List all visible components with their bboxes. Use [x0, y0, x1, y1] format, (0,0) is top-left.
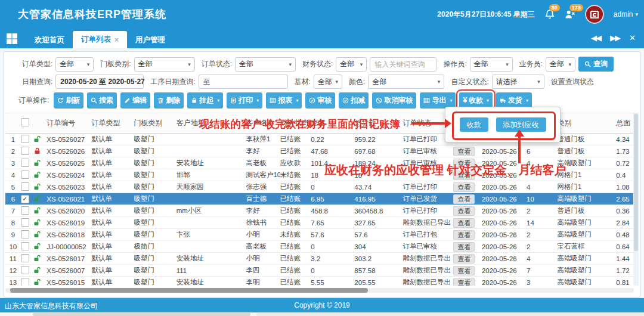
- refresh-button[interactable]: 刷新: [54, 92, 83, 109]
- tab-订单列表[interactable]: 订单列表×: [73, 31, 127, 48]
- row-checkbox[interactable]: [21, 254, 29, 262]
- view-button[interactable]: 查看: [453, 266, 475, 275]
- row-checkbox[interactable]: [21, 135, 29, 143]
- row-checkbox[interactable]: [21, 147, 29, 155]
- total-area-cell: 0.81: [616, 279, 634, 286]
- receivable-cell: 3.2: [311, 255, 354, 262]
- avatar[interactable]: [585, 5, 604, 24]
- chevron-down-icon: ▾: [217, 98, 219, 103]
- view-button[interactable]: 查看: [453, 278, 475, 286]
- home-grid-icon[interactable]: [6, 33, 18, 45]
- row-checkbox[interactable]: [21, 206, 29, 215]
- receive-button[interactable]: ¥收款▾: [459, 92, 493, 109]
- vertical-scrollbar-thumb[interactable]: [634, 114, 638, 251]
- bell-icon[interactable]: 89: [544, 9, 555, 20]
- close-icon[interactable]: ×: [114, 36, 119, 44]
- table-row[interactable]: 6✓XS-0526021默认单吸塑门百士德已结账6.95416.95订单已发货查…: [5, 193, 634, 205]
- base-material-select[interactable]: 全部▾: [314, 75, 342, 89]
- date-range-input[interactable]: 2020-05-20 至 2020-05-27: [55, 75, 144, 89]
- row-number: 10: [5, 243, 21, 250]
- table-row[interactable]: 11XS-0526017默认单吸塑门安装地址小明已结账3.2303.2雕刻数据已…: [5, 253, 634, 265]
- tabs-scroll-left-icon[interactable]: ◀◀: [591, 33, 600, 42]
- finance-status-select[interactable]: 全部▾: [336, 57, 367, 72]
- row-checkbox[interactable]: [21, 171, 29, 179]
- fullscreen-icon[interactable]: ✕: [629, 33, 636, 42]
- audit-button[interactable]: 审核: [305, 92, 335, 109]
- salesman-select[interactable]: 全部▾: [546, 57, 575, 72]
- receive-dropdown-popup: 收款 添加到应收: [445, 107, 561, 142]
- table-row[interactable]: 9XS-0526018默认单吸塑门卞张小明未结账57.657.6订单已打包查看2…: [5, 229, 634, 241]
- tab-用户管理[interactable]: 用户管理: [127, 32, 174, 48]
- total-amount-cell: 857.58: [354, 267, 402, 274]
- panel-category-cell: 吸塑门: [134, 278, 177, 286]
- panel-category-cell: 吸塑门: [134, 206, 177, 215]
- custom-status-select[interactable]: 请选择▾: [492, 75, 544, 89]
- select-all-checkbox[interactable]: [21, 118, 29, 126]
- panel-category-select[interactable]: 全部▾: [134, 57, 195, 72]
- user-x-icon[interactable]: 173: [565, 9, 575, 20]
- row-checkbox[interactable]: [21, 182, 29, 191]
- quantity-cell: 3: [527, 279, 557, 286]
- popup-receive-button[interactable]: 收款: [460, 117, 488, 132]
- export-button[interactable]: 导出▾: [420, 92, 456, 109]
- view-cell: 查看: [453, 254, 481, 264]
- order-status-select[interactable]: 全部▾: [235, 57, 296, 72]
- print-button[interactable]: 打印▾: [227, 92, 262, 109]
- view-button[interactable]: 查看: [453, 147, 475, 156]
- edit-button[interactable]: 编辑: [120, 92, 150, 109]
- tabs-scroll-right-icon[interactable]: ▶▶: [610, 33, 620, 42]
- keyword-input[interactable]: [370, 57, 436, 72]
- view-button[interactable]: 查看: [453, 206, 475, 216]
- customer-name-cell: 高老板: [246, 159, 280, 168]
- quantity-cell: 2: [527, 231, 557, 238]
- search-button[interactable]: 搜索: [87, 92, 117, 109]
- table-row[interactable]: 12XS-0526007默认单吸塑门111李四已结账0857.58雕刻数据已导出…: [5, 265, 634, 277]
- chevron-down-icon: ▾: [537, 79, 540, 85]
- bottom-strip-box: [256, 313, 644, 316]
- deduct-button[interactable]: 扣减: [339, 92, 369, 109]
- color-select[interactable]: 全部▾: [368, 75, 444, 89]
- table-row[interactable]: 8XS-0526019默认单吸塑门徐钱书已结账7.65327.65雕刻数据已导出…: [5, 217, 634, 229]
- total-area-cell: 2.84: [616, 219, 634, 227]
- yen-icon: ¥: [463, 97, 467, 104]
- table-row[interactable]: 10JJ-00000052默认单极简门高老板已结账0304订单已审核查看2020…: [5, 241, 634, 253]
- lock-open-icon: [33, 278, 44, 286]
- datetime-text: 2020年5月27日10:6:45 星期三: [437, 10, 534, 20]
- row-checkbox[interactable]: [21, 230, 29, 238]
- report-button[interactable]: 报表▾: [266, 92, 302, 109]
- view-button[interactable]: 查看: [453, 194, 475, 204]
- horizontal-scrollbar[interactable]: [5, 288, 634, 293]
- view-button[interactable]: 查看: [453, 254, 475, 264]
- query-button[interactable]: 查询: [578, 57, 614, 72]
- ship-button[interactable]: 发货▾: [496, 92, 532, 109]
- vertical-scrollbar[interactable]: [633, 113, 639, 286]
- user-menu[interactable]: admin ▾: [614, 10, 638, 18]
- row-checkbox[interactable]: [21, 242, 29, 250]
- delete-button[interactable]: 删除: [154, 92, 184, 109]
- row-checkbox[interactable]: [21, 159, 29, 167]
- hold-button[interactable]: 挂起▾: [187, 92, 223, 109]
- finance-status-label: 财务状态:: [302, 59, 333, 69]
- chevron-down-icon: ▾: [296, 98, 298, 103]
- row-checkbox[interactable]: [21, 218, 29, 227]
- table-row[interactable]: 5XS-0526023默认单吸塑门天顺家园张志强已结账043.74订单已打印查看…: [5, 181, 634, 193]
- tab-欢迎首页[interactable]: 欢迎首页: [26, 32, 73, 48]
- row-checkbox[interactable]: [21, 266, 29, 274]
- table-row[interactable]: 13XS-0526015默认单吸塑门安装地址李明已结账5.55205.55雕刻数…: [5, 277, 634, 286]
- view-button[interactable]: 查看: [453, 230, 475, 240]
- row-checkbox[interactable]: [21, 278, 29, 286]
- view-button[interactable]: 查看: [453, 242, 475, 252]
- process-date-input[interactable]: 至: [199, 75, 288, 89]
- table-row[interactable]: 2XS-0526026默认单吸塑门李好已结账47.68697.68订单已审核查看…: [5, 145, 634, 157]
- order-no-cell: XS-0526015: [47, 279, 91, 286]
- annotation-arrow-up-head: [515, 129, 524, 137]
- operator-select[interactable]: 全部▾: [470, 57, 513, 72]
- order-type-select[interactable]: 全部▾: [55, 57, 94, 72]
- horizontal-scrollbar-thumb[interactable]: [10, 288, 368, 293]
- row-checkbox[interactable]: ✓: [21, 195, 29, 203]
- set-query-status-link[interactable]: 设置查询状态: [551, 77, 594, 87]
- view-button[interactable]: 查看: [453, 218, 475, 228]
- table-row[interactable]: 7XS-0526020默认单吸塑门mm小区李好已结账458.8360458.8订…: [5, 205, 634, 217]
- cancel-audit-button[interactable]: 取消审核: [372, 92, 416, 109]
- view-button[interactable]: 查看: [453, 182, 475, 192]
